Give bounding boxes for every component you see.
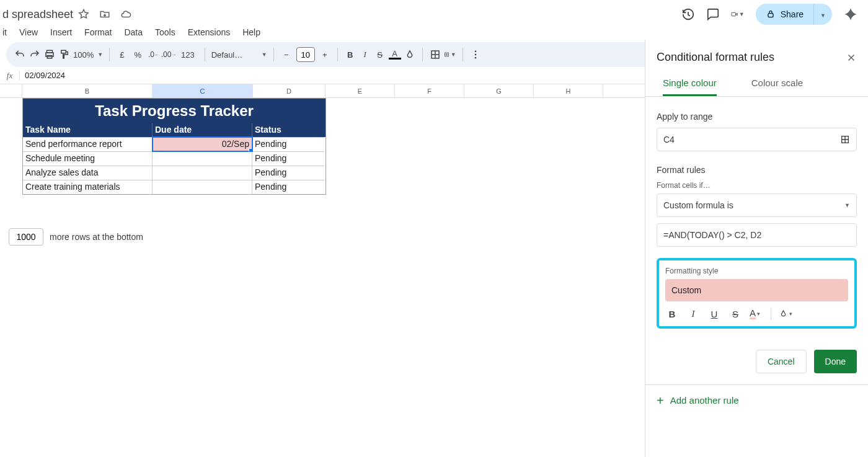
format-cells-if-label: Format cells if… (657, 181, 857, 190)
increase-decimal-icon[interactable]: .00→ (162, 48, 175, 61)
range-value: C4 (663, 135, 675, 144)
strikethrough-icon[interactable]: S (728, 309, 742, 319)
share-dropdown[interactable]: ▼ (813, 4, 832, 25)
style-preview[interactable]: Custom (665, 279, 848, 301)
chevron-down-icon: ▼ (97, 51, 103, 58)
cell-due (153, 151, 252, 166)
undo-icon[interactable] (14, 48, 26, 61)
panel-tabs: Single colour Colour scale (645, 71, 868, 97)
grid-select-icon[interactable] (840, 135, 850, 144)
borders-icon[interactable] (429, 48, 441, 61)
table-row[interactable]: Schedule meeting Pending (23, 151, 326, 166)
tracker-table: Task Progress Tracker Task Name Due date… (22, 98, 326, 195)
star-icon[interactable] (78, 9, 89, 20)
svg-point-9 (474, 57, 476, 59)
menu-help[interactable]: Help (242, 27, 260, 37)
underline-icon[interactable]: U (707, 309, 721, 319)
zoom-selector[interactable]: 100% ▼ (73, 50, 103, 60)
column-header-f[interactable]: F (395, 84, 464, 97)
table-row[interactable]: Send performance report 02/Sep Pending (23, 137, 326, 151)
col-due-header: Due date (153, 123, 252, 137)
decrease-font-icon[interactable]: − (280, 48, 293, 61)
decrease-decimal-icon[interactable]: .0← (148, 48, 160, 61)
cell-status: Pending (252, 151, 324, 166)
cancel-button[interactable]: Cancel (756, 350, 807, 373)
column-header-e[interactable]: E (326, 84, 395, 97)
column-header-b[interactable]: B (22, 84, 153, 97)
cell-status: Pending (252, 180, 324, 194)
svg-rect-5 (61, 50, 66, 53)
cell-task: Create training materials (23, 180, 153, 194)
fill-color-icon[interactable]: ▾ (779, 309, 792, 319)
menu-data[interactable]: Data (124, 27, 143, 37)
format-rules-label: Format rules (657, 165, 857, 175)
done-button[interactable]: Done (814, 350, 857, 373)
cell-status: Pending (252, 137, 324, 151)
style-buttons: B I U S A▾ ▾ (665, 308, 848, 320)
italic-icon[interactable]: I (359, 48, 371, 61)
increase-font-icon[interactable]: + (319, 48, 331, 61)
meet-icon[interactable]: ▼ (731, 7, 745, 21)
svg-point-7 (474, 50, 476, 52)
bold-icon[interactable]: B (665, 309, 679, 319)
menu-edit[interactable]: it (2, 27, 7, 37)
svg-point-8 (474, 54, 476, 56)
cell-status: Pending (252, 166, 324, 180)
conditional-format-panel: Conditional format rules Single colour C… (645, 40, 868, 457)
menu-tools[interactable]: Tools (155, 27, 175, 37)
add-rows-input[interactable] (9, 228, 43, 246)
bold-icon[interactable]: B (344, 48, 356, 61)
chevron-down-icon: ▼ (844, 202, 850, 208)
formula-input[interactable]: 02/09/2024 (20, 71, 65, 80)
strikethrough-icon[interactable]: S (374, 48, 386, 61)
share-button[interactable]: Share (756, 4, 813, 24)
apply-range-label: Apply to range (657, 112, 857, 122)
tab-single-colour[interactable]: Single colour (663, 71, 717, 96)
text-color-icon[interactable]: A▾ (750, 309, 763, 319)
share-button-group: Share ▼ (756, 4, 832, 25)
text-color-icon[interactable]: A (389, 50, 401, 60)
cell-due (153, 166, 252, 180)
formatting-style-label: Formatting style (665, 267, 848, 275)
menu-insert[interactable]: Insert (50, 27, 72, 37)
table-row[interactable]: Create training materials Pending (23, 180, 326, 194)
gemini-icon[interactable] (843, 7, 858, 22)
cell-task: Send performance report (23, 137, 153, 151)
column-header-c[interactable]: C (153, 84, 253, 97)
redo-icon[interactable] (29, 48, 41, 61)
paint-format-icon[interactable] (58, 48, 71, 61)
fill-color-icon[interactable] (404, 48, 416, 61)
italic-icon[interactable]: I (686, 309, 700, 319)
table-row[interactable]: Analyze sales data Pending (23, 166, 326, 180)
column-header-h[interactable]: H (534, 84, 603, 97)
percent-button[interactable]: % (130, 50, 145, 60)
cell-due (153, 180, 252, 194)
font-selector[interactable]: Defaul… ▼ (211, 50, 267, 60)
document-title[interactable]: d spreadsheet (0, 8, 73, 21)
merge-icon[interactable]: ▼ (444, 48, 456, 61)
add-rule-button[interactable]: + Add another rule (645, 384, 868, 415)
format-123-button[interactable]: 123 (177, 50, 198, 60)
menu-view[interactable]: View (19, 27, 38, 37)
range-input[interactable]: C4 (657, 128, 857, 151)
column-header-d[interactable]: D (253, 84, 326, 97)
column-header-g[interactable]: G (464, 84, 534, 97)
font-name: Defaul… (211, 50, 243, 60)
currency-button[interactable]: £ (116, 50, 128, 60)
font-size-input[interactable] (296, 47, 315, 62)
menu-extensions[interactable]: Extensions (188, 27, 230, 37)
close-icon[interactable] (846, 52, 857, 63)
print-icon[interactable] (43, 48, 56, 61)
chevron-down-icon: ▼ (262, 51, 267, 58)
history-icon[interactable] (681, 7, 695, 21)
comment-icon[interactable] (706, 7, 720, 21)
move-icon[interactable] (99, 9, 110, 20)
menu-format[interactable]: Format (84, 27, 112, 37)
panel-title: Conditional format rules (657, 51, 774, 64)
condition-select[interactable]: Custom formula is ▼ (657, 193, 857, 217)
cell-due-selected[interactable]: 02/Sep (153, 137, 252, 151)
more-icon[interactable] (469, 48, 482, 61)
formula-field[interactable]: =AND(TODAY() > C2, D2 (657, 223, 857, 247)
tab-colour-scale[interactable]: Colour scale (751, 71, 803, 96)
cloud-icon[interactable] (120, 9, 131, 20)
